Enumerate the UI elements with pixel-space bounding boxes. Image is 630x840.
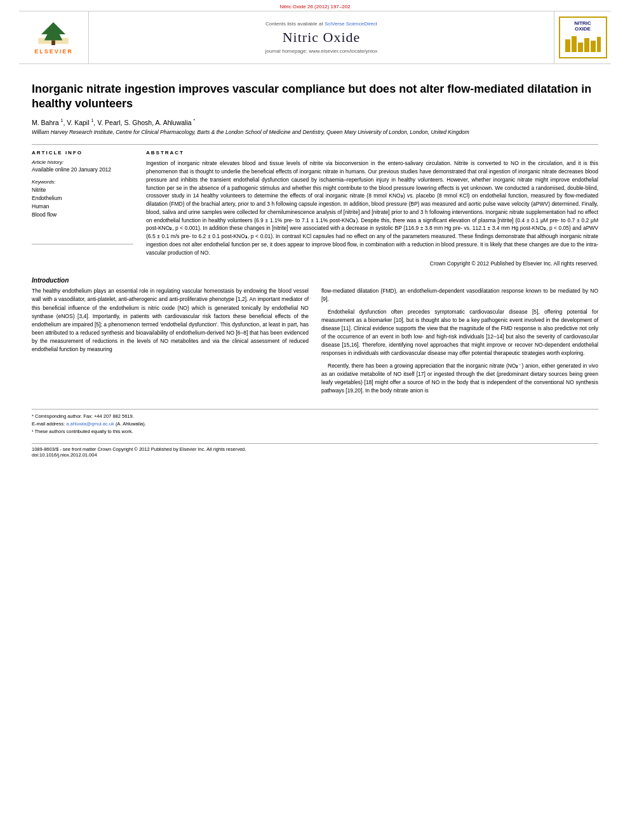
intro-col2-para1: flow-mediated dilatation (FMD), an endot… [321,287,598,303]
keyword-nitrite: Nitrite [32,186,133,194]
email-label: E-mail address: [32,421,65,427]
divider-info [32,244,133,244]
journal-ref: Nitric Oxide 26 (2012) 197–202 [0,0,630,11]
svg-rect-5 [578,43,583,52]
elsevier-logo: ELSEVIER [34,21,73,55]
email-link[interactable]: a.ahluwia@qmul.ac.uk [66,421,114,427]
copyright-notice: 1089-8603/$ - see front matter Crown Cop… [32,446,598,452]
header-center: Contents lists available at SciVerse Sci… [89,11,554,63]
introduction-title: Introduction [32,277,598,284]
keyword-human: Human [32,203,133,211]
article-meta-section: ARTICLE INFO Article history: Available … [32,150,598,267]
intro-col1-text: The healthy endothelium plays an essenti… [32,287,309,354]
keyword-endothelium: Endothelium [32,194,133,203]
keywords-label: Keywords: [32,179,133,185]
bottom-bar: 1089-8603/$ - see front matter Crown Cop… [32,443,598,458]
nitric-oxide-box: NITRICOXIDE [559,17,607,58]
sciverse-link[interactable]: SciVerse ScienceDirect [325,21,377,27]
svg-rect-4 [572,36,577,52]
article-info-col: ARTICLE INFO Article history: Available … [32,150,133,267]
history-label: Article history: [32,159,133,165]
footnote1: ¹ These authors contributed equally to t… [32,429,598,434]
article-info-header: ARTICLE INFO [32,150,133,156]
svg-rect-6 [584,38,589,52]
elsevier-text: ELSEVIER [34,48,73,55]
abstract-copyright: Crown Copyright © 2012 Published by Else… [146,260,598,267]
header-banner: ELSEVIER Contents lists available at Sci… [19,11,611,64]
article-title: Inorganic nitrate ingestion improves vas… [32,82,598,112]
article-content: Inorganic nitrate ingestion improves vas… [0,64,630,464]
body-col-left: The healthy endothelium plays an essenti… [32,287,309,399]
body-two-col: The healthy endothelium plays an essenti… [32,287,598,399]
intro-col2-para3: Recently, there has been a growing appre… [321,362,598,396]
available-online: Available online 20 January 2012 [32,166,133,173]
intro-col2-para2: Endothelial dysfunction often precedes s… [321,308,598,358]
keywords-block: Keywords: Nitrite Endothelium Human Bloo… [32,179,133,218]
keyword-bloodflow: Blood flow [32,211,133,219]
body-col-right: flow-mediated dilatation (FMD), an endot… [321,287,598,399]
page: Nitric Oxide 26 (2012) 197–202 ELSEVIER … [0,0,630,840]
sciverse-line: Contents lists available at SciVerse Sci… [265,21,377,27]
journal-title: Nitric Oxide [283,29,361,46]
no-chart-icon [564,33,602,52]
elsevier-logo-container: ELSEVIER [19,11,89,63]
svg-rect-2 [52,40,56,45]
no-box-title: NITRICOXIDE [564,20,602,32]
svg-rect-8 [597,37,601,52]
divider-top [32,144,598,145]
doi: doi:10.1016/j.niox.2012.01.004 [32,452,598,458]
email-person: (A. Ahluwalia). [116,421,146,427]
article-history-block: Article history: Available online 20 Jan… [32,159,133,173]
journal-homepage: journal homepage: www.elsevier.com/locat… [265,48,378,54]
corresponding-note: * Corresponding author. Fax: +44 207 882… [32,413,598,419]
affiliation: William Harvey Research Institute, Centr… [32,129,598,135]
svg-rect-3 [565,39,570,52]
journal-logo-right: NITRICOXIDE [554,11,611,63]
elsevier-tree-icon [34,21,72,46]
svg-marker-1 [41,22,65,40]
abstract-header: ABSTRACT [146,150,598,156]
footer-notes: * Corresponding author. Fax: +44 207 882… [32,409,598,434]
abstract-col: ABSTRACT Ingestion of inorganic nitrate … [146,150,598,267]
authors: M. Bahra 1, V. Kapil 1, V. Pearl, S. Gho… [32,118,598,126]
svg-rect-7 [591,41,596,52]
intro-para1: The healthy endothelium plays an essenti… [32,287,309,354]
intro-col2-text: flow-mediated dilatation (FMD), an endot… [321,287,598,395]
email-note: E-mail address: a.ahluwia@qmul.ac.uk (A.… [32,421,598,427]
abstract-text: Ingestion of inorganic nitrate elevates … [146,159,598,257]
introduction-section: Introduction The healthy endothelium pla… [32,277,598,399]
